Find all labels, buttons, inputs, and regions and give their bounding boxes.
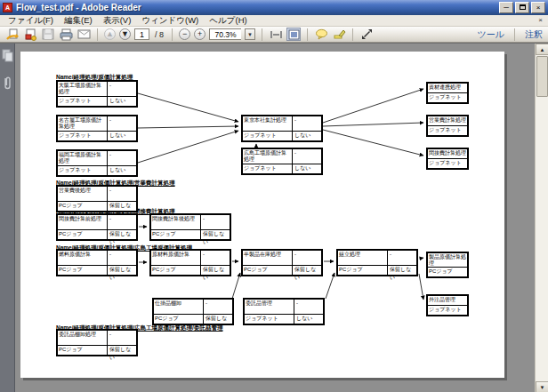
- paperclip-icon: [2, 76, 12, 92]
- box-value: -: [108, 331, 136, 345]
- box-indirect-expense-calc: 間接費計算処理ジョブネット: [426, 148, 469, 170]
- scroll-up-icon[interactable]: ▲: [536, 44, 548, 55]
- box-value: -: [201, 251, 230, 265]
- open-file-button[interactable]: [5, 28, 20, 41]
- toolbar-separator: [307, 28, 308, 41]
- fit-page-icon: [288, 29, 300, 40]
- zoom-in-button[interactable]: +: [194, 28, 206, 40]
- box-consignment-mgmt: 委託品管理-ジョブネットしない: [243, 298, 325, 325]
- box-hold-status: 保留しない: [388, 266, 416, 275]
- zoom-out-button[interactable]: −: [179, 28, 190, 40]
- box-title: 営業費後処理: [58, 187, 108, 201]
- box-value: -: [204, 300, 232, 314]
- close-button[interactable]: ×: [531, 2, 545, 13]
- box-hold-status: しない: [108, 97, 136, 106]
- zoom-dropdown-caret-icon[interactable]: ▼: [245, 28, 255, 40]
- adobe-reader-app-icon: A: [3, 3, 12, 12]
- box-type: PCジョブ: [154, 315, 204, 324]
- minimize-button[interactable]: ─: [499, 2, 513, 13]
- menu-window[interactable]: ウィンドウ(W): [137, 15, 203, 27]
- box-value: -: [201, 215, 230, 229]
- box-value: -: [108, 187, 136, 201]
- box-value: -: [108, 151, 136, 165]
- toolbar-separator: [514, 28, 515, 41]
- page-number-input[interactable]: [134, 28, 149, 40]
- fit-width-button[interactable]: [269, 28, 283, 41]
- box-type-row: PCジョブ保留しない: [338, 266, 416, 275]
- toolbar-separator: [352, 28, 353, 41]
- box-title-row: 仕掛品棚卸-: [154, 300, 232, 315]
- box-value: -: [388, 251, 416, 265]
- print-button[interactable]: [59, 28, 73, 41]
- menu-file[interactable]: ファイル(F): [4, 15, 58, 27]
- attachments-button[interactable]: [2, 76, 13, 90]
- box-hold-status: しない: [293, 132, 321, 140]
- create-pdf-icon: [24, 28, 37, 41]
- box-type: ジョブネット: [58, 166, 108, 175]
- box-type: ジョブネット: [245, 315, 294, 324]
- box-type: ジョブネット: [58, 97, 108, 106]
- scroll-down-icon[interactable]: ▼: [536, 381, 548, 392]
- box-title: 半製品在庫処理: [243, 251, 293, 265]
- page-count-label: / 8: [153, 30, 165, 39]
- toolbar-close-icon[interactable]: ×: [536, 16, 545, 26]
- box-type: PCジョブ: [58, 266, 108, 275]
- title-bar: A Flow_test.pdf - Adobe Reader ─ ×: [0, 0, 548, 15]
- page-thumbnails-button[interactable]: [2, 49, 13, 62]
- box-title: 東京本社集計処理: [243, 116, 293, 131]
- previous-page-button[interactable]: ▲: [104, 28, 116, 40]
- box-value: -: [108, 215, 136, 229]
- box-nagoya-factory: 名古屋工場原価計算処理-ジョブネットしない: [56, 115, 138, 142]
- box-type-row: ジョブネットしない: [243, 164, 321, 173]
- box-title-row: 営業費後処理-: [58, 187, 136, 202]
- zoom-level-value[interactable]: 70.3%: [209, 28, 241, 40]
- box-hold-status: しない: [294, 315, 323, 324]
- restore-button[interactable]: [515, 2, 529, 13]
- save-button[interactable]: [41, 28, 55, 41]
- box-title: 原材料原価計算: [151, 251, 201, 265]
- email-button[interactable]: [77, 28, 91, 41]
- comment-panel-button[interactable]: 注釈: [525, 28, 543, 41]
- box-title: 製品原価計算処理: [428, 253, 467, 268]
- scrollbar-thumb[interactable]: [536, 56, 548, 97]
- vertical-scrollbar[interactable]: ▲ ▼: [535, 44, 548, 392]
- comment-button[interactable]: [314, 28, 328, 41]
- box-hold-status: 保留しない: [108, 230, 136, 239]
- box-hold-status: 保留しない: [201, 230, 230, 239]
- box-type-row: PCジョブ保留しない: [58, 346, 136, 355]
- next-page-button[interactable]: ▼: [119, 28, 131, 40]
- box-type: ジョブネット: [428, 126, 467, 135]
- box-type: ジョブネット: [58, 132, 108, 140]
- box-type-row: ジョブネットしない: [245, 315, 323, 324]
- box-fukuoka-factory: 福岡工場原価計算処理-ジョブネットしない: [56, 149, 138, 177]
- box-type: PCジョブ: [151, 266, 201, 275]
- menu-bar: ファイル(F) 編集(E) 表示(V) ウィンドウ(W) ヘルプ(H): [0, 15, 548, 27]
- box-title: 営業費計算処理: [428, 116, 467, 126]
- box-fuel-cost-calc: 燃料原価計算-PCジョブ保留しない: [56, 249, 138, 276]
- box-tokyo-hq: 東京本社集計処理-ジョブネットしない: [241, 115, 323, 142]
- fit-page-button[interactable]: [286, 28, 301, 41]
- menu-edit[interactable]: 編集(E): [60, 15, 97, 27]
- box-material-link: 資材連携処理ジョブネット: [426, 82, 469, 104]
- box-hold-status: 保留しない: [108, 202, 136, 211]
- box-hold-status: 保留しない: [108, 266, 136, 275]
- tools-panel-button[interactable]: ツール: [478, 28, 504, 41]
- box-type: ジョブネット: [243, 164, 293, 173]
- box-type-row: PCジョブ保留しない: [58, 230, 136, 239]
- box-type-row: PCジョブ保留しない: [58, 202, 136, 211]
- reading-mode-button[interactable]: [359, 28, 374, 41]
- highlight-button[interactable]: [332, 28, 346, 41]
- box-value: -: [293, 251, 321, 265]
- menu-view[interactable]: 表示(V): [99, 15, 136, 27]
- menu-help[interactable]: ヘルプ(H): [205, 15, 251, 27]
- comment-balloon-icon: [315, 28, 328, 40]
- box-title: 燃料原価計算: [58, 251, 108, 265]
- box-raw-material-cost-calc: 原材料原価計算-PCジョブ保留しない: [149, 249, 231, 276]
- box-type: ジョブネット: [428, 159, 467, 168]
- box-hold-status: 保留しない: [293, 266, 321, 275]
- box-type: PCジョブ: [338, 266, 388, 275]
- box-title-row: 間接費計算前処理-: [58, 215, 136, 230]
- box-type-row: PCジョブ保留しない: [151, 266, 230, 275]
- box-consignment-inventory: 委託品棚卸処理-PCジョブ保留しない: [56, 329, 138, 356]
- create-pdf-button[interactable]: [23, 28, 37, 41]
